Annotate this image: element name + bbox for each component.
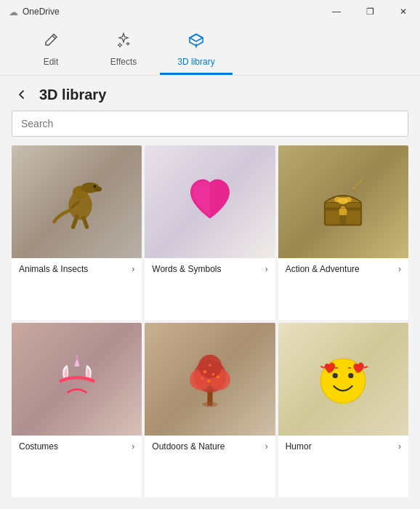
- svg-point-30: [202, 401, 218, 406]
- svg-line-5: [73, 216, 76, 226]
- category-item-words[interactable]: Words & Symbols ›: [145, 145, 275, 320]
- svg-point-34: [349, 373, 354, 378]
- category-footer-action: Action & Adventure ›: [278, 258, 408, 280]
- category-item-humor[interactable]: Humor ›: [278, 323, 408, 497]
- maximize-button[interactable]: ❐: [353, 0, 387, 23]
- chevron-icon-words: ›: [265, 264, 268, 274]
- title-bar-left: ☁ OneDrive: [0, 7, 60, 17]
- tab-effects-label: Effects: [110, 57, 137, 67]
- category-footer-outdoors: Outdoors & Nature ›: [145, 436, 275, 457]
- svg-line-6: [84, 217, 87, 227]
- 3dlibrary-icon: [188, 32, 204, 52]
- close-button[interactable]: ✕: [387, 0, 420, 23]
- chevron-icon-costumes: ›: [132, 441, 134, 452]
- category-item-animals[interactable]: Animals & Insects ›: [12, 145, 142, 320]
- title-bar-controls: — ❐ ✕: [320, 0, 420, 23]
- svg-point-27: [201, 377, 203, 380]
- chevron-icon-humor: ›: [398, 441, 401, 452]
- back-button[interactable]: [12, 84, 32, 105]
- svg-point-29: [209, 364, 211, 366]
- chevron-icon-animals: ›: [132, 264, 134, 274]
- effects-icon: [116, 32, 132, 52]
- category-label-outdoors: Outdoors & Nature: [152, 441, 225, 452]
- page-title: 3D library: [39, 87, 106, 103]
- svg-rect-12: [339, 209, 347, 215]
- tab-3dlibrary-label: 3D library: [177, 57, 214, 67]
- category-image-words: [145, 145, 275, 258]
- tab-3dlibrary[interactable]: 3D library: [160, 23, 233, 75]
- category-image-humor: [278, 323, 408, 436]
- category-image-action: [278, 145, 408, 258]
- category-item-costumes[interactable]: Costumes ›: [12, 323, 142, 497]
- category-footer-humor: Humor ›: [278, 436, 408, 457]
- minimize-button[interactable]: —: [320, 0, 353, 23]
- svg-point-7: [93, 185, 96, 188]
- category-image-outdoors: [145, 323, 275, 436]
- category-label-costumes: Costumes: [19, 441, 58, 452]
- search-bar: [12, 111, 408, 137]
- chevron-icon-outdoors: ›: [265, 441, 268, 452]
- category-footer-costumes: Costumes ›: [12, 436, 142, 457]
- onedrive-icon: ☁: [9, 7, 18, 17]
- page-header: 3D library: [0, 76, 420, 111]
- title-bar: ☁ OneDrive — ❐ ✕: [0, 0, 420, 23]
- category-label-words: Words & Symbols: [152, 264, 221, 274]
- svg-point-14: [345, 196, 352, 201]
- category-image-costumes: [12, 323, 142, 436]
- svg-point-28: [217, 375, 219, 378]
- category-image-animals: [12, 145, 142, 258]
- svg-point-26: [207, 380, 210, 382]
- tab-edit[interactable]: Edit: [15, 23, 87, 75]
- tab-effects[interactable]: Effects: [87, 23, 160, 75]
- title-bar-title: OneDrive: [23, 7, 60, 17]
- svg-line-37: [364, 366, 368, 368]
- category-footer-words: Words & Symbols ›: [145, 258, 275, 280]
- category-item-action[interactable]: Action & Adventure ›: [278, 145, 408, 320]
- svg-point-33: [333, 373, 338, 378]
- search-input[interactable]: [12, 111, 408, 137]
- category-grid: Animals & Insects › Words & Symbols ›: [0, 145, 420, 509]
- category-label-action: Action & Adventure: [286, 264, 360, 274]
- toolbar: Edit Effects 3D library: [0, 23, 420, 76]
- category-label-humor: Humor: [286, 441, 312, 452]
- category-footer-animals: Animals & Insects ›: [12, 258, 142, 280]
- tab-edit-label: Edit: [44, 57, 59, 67]
- svg-line-38: [321, 366, 325, 368]
- category-item-outdoors[interactable]: Outdoors & Nature ›: [145, 323, 275, 497]
- svg-point-24: [203, 369, 207, 373]
- chevron-icon-action: ›: [398, 264, 401, 274]
- svg-point-25: [212, 373, 215, 376]
- edit-icon: [43, 32, 59, 52]
- category-label-animals: Animals & Insects: [19, 264, 88, 274]
- svg-point-15: [335, 196, 342, 201]
